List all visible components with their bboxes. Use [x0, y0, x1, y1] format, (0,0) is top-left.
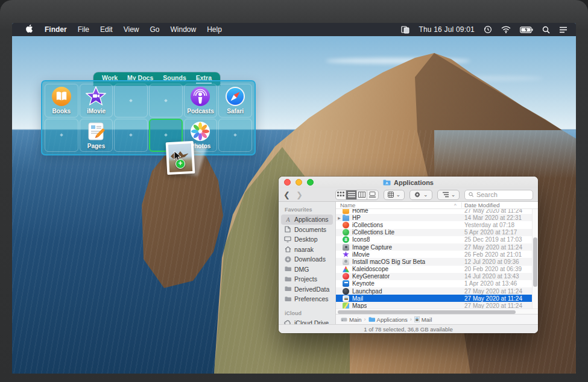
column-header-date-modified[interactable]: Date Modified	[464, 202, 500, 208]
mail-icon	[343, 295, 349, 302]
app-label: Podcasts	[187, 108, 213, 114]
vertical-scrollbar-thumb[interactable]	[533, 237, 537, 287]
status-bar: 1 of 78 selected, 36,8 GB available	[279, 324, 538, 333]
menu-extra-icon[interactable]	[401, 26, 409, 34]
table-row[interactable]: iCollectionsYesterday at 07:18	[336, 221, 538, 228]
table-row[interactable]: Home27 May 2020 at 11:24	[336, 209, 538, 214]
chevron-down-icon: ⌄	[451, 192, 456, 198]
empty-cell[interactable]	[218, 119, 252, 152]
column-header-name[interactable]: Name	[336, 202, 355, 208]
image-capture-icon	[343, 244, 349, 251]
column-view-button[interactable]	[357, 190, 367, 199]
search-input[interactable]	[476, 191, 529, 198]
table-row[interactable]: Keynote1 Apr 2020 at 13:46	[336, 280, 538, 287]
disclosure-triangle[interactable]: ▶	[336, 216, 343, 220]
sidebar-item-projects[interactable]: Projects	[281, 274, 333, 284]
app-cell-pages[interactable]: Pages	[80, 119, 113, 152]
spotlight-icon[interactable]	[542, 26, 550, 34]
table-row[interactable]: 8Icons825 Dec 2019 at 17:03	[336, 236, 538, 243]
photos-icon	[190, 121, 210, 142]
wifi-icon[interactable]	[501, 26, 511, 33]
notification-center-icon[interactable]	[559, 27, 567, 33]
close-button[interactable]	[284, 179, 291, 186]
list-view-button[interactable]	[346, 190, 356, 199]
sort-button[interactable]: ⌄	[437, 190, 460, 200]
app-cell-safari[interactable]: Safari	[218, 84, 252, 117]
icollections-icon	[343, 222, 349, 228]
sidebar-item-applications[interactable]: AApplications	[281, 214, 333, 225]
table-row[interactable]: Kaleidoscope20 Feb 2020 at 06:39	[336, 266, 538, 273]
icons8-icon: 8	[343, 236, 349, 243]
menu-item-go[interactable]: Go	[145, 25, 165, 34]
sidebar-item-preferences[interactable]: Preferences	[281, 294, 333, 304]
menu-item-finder[interactable]: Finder	[39, 25, 72, 34]
group-button[interactable]: ⌄	[384, 190, 405, 200]
table-row[interactable]: Maps27 May 2020 at 11:24	[336, 302, 538, 308]
table-row-selected[interactable]: Mail27 May 2020 at 11:24	[336, 295, 538, 302]
app-cell-books[interactable]: Books	[45, 84, 78, 117]
path-segment-main[interactable]: Main	[341, 316, 362, 323]
home-app-icon	[343, 209, 349, 214]
app-cell-imovie[interactable]: iMovie	[80, 84, 113, 117]
file-list-pane: Name ^ Date Modified Home27 May 2020 at …	[336, 202, 538, 324]
menu-item-edit[interactable]: Edit	[95, 25, 118, 34]
sidebar-label: naarak	[294, 246, 314, 253]
vertical-scrollbar-track[interactable]	[532, 209, 538, 308]
sidebar-item-naarak[interactable]: naarak	[281, 245, 333, 255]
time-machine-icon[interactable]	[484, 25, 492, 34]
empty-cell[interactable]	[149, 84, 183, 117]
sidebar-item-documents[interactable]: Documents	[281, 225, 333, 235]
sidebar-item-desktop[interactable]: Desktop	[281, 234, 333, 245]
table-row[interactable]: KeyGenerator14 Jul 2020 at 13:43	[336, 273, 538, 280]
horizontal-scrollbar-track[interactable]	[336, 308, 538, 314]
empty-cell[interactable]	[114, 119, 148, 152]
sidebar-label: Applications	[294, 216, 329, 223]
menu-item-window[interactable]: Window	[165, 25, 202, 34]
icollections-lite-icon	[343, 229, 349, 236]
horizontal-scrollbar-thumb[interactable]	[338, 310, 516, 314]
finder-window: A Applications ❮ ❯ ⌄ ⌄ ⌄	[279, 177, 538, 333]
apple-menu[interactable]	[21, 24, 39, 35]
path-segment-applications[interactable]: Applications	[368, 316, 408, 323]
applications-folder-icon	[368, 317, 375, 322]
title-bar[interactable]: A Applications	[279, 177, 538, 188]
action-button[interactable]: ⌄	[409, 190, 432, 200]
icon-view-button[interactable]	[336, 190, 346, 199]
sidebar-item-dmg[interactable]: DMG	[281, 265, 333, 275]
sidebar-label: DMG	[294, 266, 309, 273]
zoom-button[interactable]	[307, 179, 314, 186]
menu-item-file[interactable]: File	[72, 25, 95, 34]
sea-horizon-light	[434, 130, 576, 178]
menu-clock[interactable]: Thu 16 Jul 09:01	[419, 25, 475, 34]
battery-charging-icon[interactable]	[520, 27, 533, 33]
table-row[interactable]: iMovie26 Feb 2020 at 21:01	[336, 251, 538, 258]
disk-icon	[341, 317, 347, 322]
gallery-view-button[interactable]	[367, 190, 378, 199]
empty-cell[interactable]	[114, 84, 148, 117]
search-field[interactable]	[464, 190, 533, 200]
app-label: iMovie	[87, 108, 106, 114]
file-list: Home27 May 2020 at 11:24 ▶HP14 Mar 2020 …	[336, 209, 538, 308]
sidebar-item-downloads[interactable]: Downloads	[281, 254, 333, 265]
table-row[interactable]: iCollections Lite5 Apr 2020 at 12:17	[336, 229, 538, 236]
empty-cell[interactable]	[45, 119, 78, 152]
view-switcher	[335, 190, 379, 200]
chevron-down-icon: ⌄	[423, 192, 428, 198]
sidebar-item-deriveddata[interactable]: DerivedData	[281, 284, 333, 295]
toolbar: ❮ ❯ ⌄ ⌄ ⌄	[279, 188, 538, 202]
column-divider[interactable]	[461, 202, 462, 208]
app-cell-podcasts[interactable]: Podcasts	[184, 84, 218, 117]
menu-item-view[interactable]: View	[118, 25, 145, 34]
table-row[interactable]: Image Capture27 May 2020 at 11:24	[336, 243, 538, 251]
back-button[interactable]: ❮	[283, 191, 290, 199]
table-row[interactable]: Install macOS Big Sur Beta12 Jul 2020 at…	[336, 258, 538, 265]
minimize-button[interactable]	[296, 179, 302, 186]
table-row[interactable]: Launchpad27 May 2020 at 11:24	[336, 287, 538, 295]
sidebar-label: Preferences	[294, 295, 329, 302]
menu-item-help[interactable]: Help	[201, 25, 227, 34]
folder-icon	[284, 277, 291, 282]
forward-button[interactable]: ❯	[296, 191, 303, 199]
table-row[interactable]: ▶HP14 Mar 2020 at 22:31	[336, 214, 538, 221]
safari-icon	[225, 86, 245, 107]
path-segment-mail[interactable]: Mail	[414, 316, 432, 323]
